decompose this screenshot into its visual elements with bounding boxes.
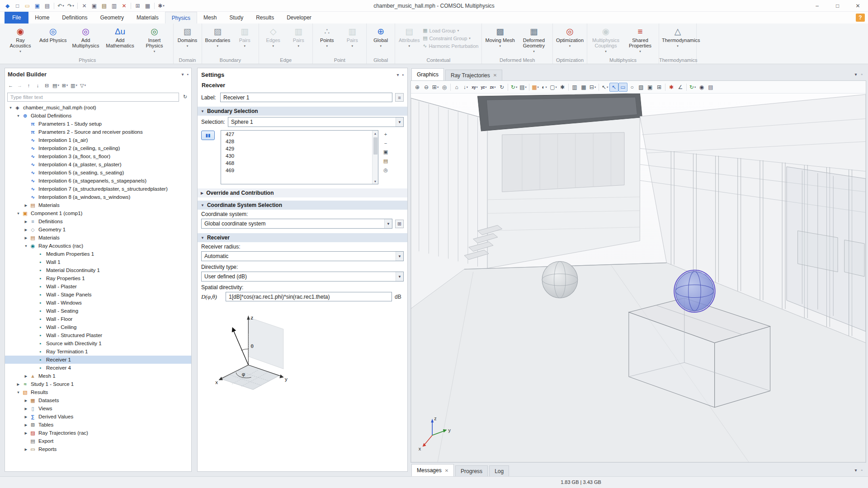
selection-entry[interactable]: 468 — [221, 160, 378, 167]
zoom-in-button[interactable]: ⊕ — [413, 83, 422, 92]
image-effects-button[interactable]: ✱ — [558, 83, 567, 92]
tree-chevron-icon[interactable]: ▶ — [23, 399, 29, 403]
tree-chevron-icon[interactable]: ▶ — [23, 236, 29, 240]
zoom-extents-button[interactable]: ⊞▾ — [431, 83, 440, 92]
section-receiver[interactable]: ▼ Receiver — [198, 233, 407, 242]
tree-node-interpolation-8-a-windows-s-windows[interactable]: ∿Interpolation 8 (a_windows, s_windows) — [5, 193, 191, 201]
color-palette-button[interactable]: ▦▾ — [531, 83, 540, 92]
attributes-button[interactable]: ▤Attributes▾ — [396, 25, 422, 49]
zoom-to-selection-button[interactable]: ◎ — [440, 83, 449, 92]
load-group-button[interactable]: ▦Load Group▾ — [423, 28, 478, 33]
tree-node-parameters-1-study-setup[interactable]: πParameters 1 - Study setup — [5, 120, 191, 128]
tree-node-reports[interactable]: ▶▭Reports — [5, 445, 191, 453]
panel-menu-icon[interactable]: ▾ — [181, 72, 184, 77]
paste-button[interactable]: ▤ — [99, 1, 109, 10]
copy-selection-button[interactable]: ▣ — [646, 83, 655, 92]
selection-entry[interactable]: 428 — [221, 138, 378, 145]
tree-chevron-icon[interactable]: ▶ — [23, 228, 29, 232]
tree-node-wall-ceiling[interactable]: ▪Wall - Ceiling — [5, 323, 191, 331]
scroll-thumb[interactable] — [373, 137, 377, 155]
add-physics-button[interactable]: ◎Add Physics — [38, 25, 69, 43]
view-xy-button[interactable]: xy▾ — [470, 83, 479, 92]
go-to-source-icon[interactable]: ⊞ — [395, 220, 404, 228]
graphics-tab-graphics[interactable]: Graphics — [411, 68, 444, 80]
selection-dropdown[interactable]: Sphere 1 ▼ — [228, 117, 404, 127]
pairs-button[interactable]: ▥Pairs▾ — [340, 25, 365, 49]
panel-menu-icon[interactable]: ▾ — [854, 72, 857, 77]
tree-node-views[interactable]: ▶▯Views — [5, 404, 191, 413]
tree-node-chamber-music-hall-mph-root[interactable]: ▼◈chamber_music_hall.mph (root) — [5, 103, 191, 112]
tree-chevron-icon[interactable]: ▼ — [15, 114, 21, 118]
pairs-button[interactable]: ▥Pairs▾ — [286, 25, 311, 49]
select-box-button[interactable]: ▭ — [618, 83, 627, 92]
go-to-default-view-button[interactable]: ⌂ — [452, 83, 461, 92]
tree-node-results[interactable]: ▼▧Results — [5, 388, 191, 396]
filter-button[interactable]: ▽▾ — [79, 81, 87, 89]
copy-button[interactable]: ▣ — [90, 1, 99, 10]
tree-node-medium-properties-1[interactable]: ▪Medium Properties 1 — [5, 250, 191, 258]
menu-tab-geometry[interactable]: Geometry — [94, 12, 130, 23]
float-panel-icon[interactable]: ▫ — [861, 72, 863, 77]
pin-icon[interactable]: ▪ — [402, 72, 404, 77]
new-file-button[interactable]: □ — [13, 1, 22, 10]
view-yz-button[interactable]: yz▾ — [479, 83, 488, 92]
selection-mode-button[interactable]: ↖▾ — [600, 83, 609, 92]
directivity-dropdown[interactable]: User defined (dB) ▼ — [201, 272, 404, 282]
tree-node-mesh-1[interactable]: ▶▲Mesh 1 — [5, 372, 191, 380]
coordinate-system-dropdown[interactable]: Global coordinate system ▼ — [201, 219, 392, 229]
tree-chevron-icon[interactable]: ▼ — [15, 211, 21, 216]
close-icon[interactable]: ✕ — [493, 73, 497, 78]
tree-node-wall-windows[interactable]: ▪Wall - Windows — [5, 299, 191, 307]
tree-node-interpolation-1-a-air[interactable]: ∿Interpolation 1 (a_air) — [5, 136, 191, 144]
section-coordinate-system[interactable]: ▼ Coordinate System Selection — [198, 201, 407, 210]
multiphysics-couplings-button[interactable]: ◉Multiphysics Couplings▾ — [589, 25, 623, 54]
print-button[interactable]: ▤ — [706, 83, 715, 92]
zoom-out-button[interactable]: ⊖ — [422, 83, 431, 92]
tree-node-ray-termination-1[interactable]: ▪Ray Termination 1 — [5, 347, 191, 356]
tree-node-interpolation-4-a-plaster-s-plaster[interactable]: ∿Interpolation 4 (a_plaster, s_plaster) — [5, 160, 191, 169]
tree-node-materials[interactable]: ▶▤Materials — [5, 201, 191, 209]
select-pointer-button[interactable]: ↖ — [609, 83, 618, 92]
tree-chevron-icon[interactable]: ▶ — [23, 415, 29, 419]
show-button[interactable]: ▤▾ — [52, 81, 60, 89]
menu-tab-mesh[interactable]: Mesh — [197, 12, 223, 23]
moving-mesh-button[interactable]: ▩Moving Mesh▾ — [483, 25, 516, 49]
scroll-down-icon[interactable]: ▼ — [374, 178, 377, 184]
menu-tab-home[interactable]: Home — [28, 12, 56, 23]
update-button[interactable]: ↻▾ — [688, 83, 697, 92]
undo-button[interactable]: ↶▾ — [56, 1, 66, 10]
rotate-view-button[interactable]: ↻ — [497, 83, 506, 92]
measure-button[interactable]: ∠ — [676, 83, 685, 92]
redo-button[interactable]: ↷▾ — [66, 1, 75, 10]
clipping-button[interactable]: ⊟▾ — [588, 83, 597, 92]
tree-chevron-icon[interactable]: ▶ — [23, 374, 29, 378]
select-adjacent-button[interactable]: ▧ — [637, 83, 646, 92]
menu-tab-physics[interactable]: Physics — [165, 12, 197, 23]
shared-properties-button[interactable]: ≡Shared Properties▾ — [623, 25, 657, 54]
tree-node-ray-properties-1[interactable]: ▪Ray Properties 1 — [5, 274, 191, 282]
optimization-button[interactable]: ◎Optimization▾ — [554, 25, 585, 49]
back-button[interactable]: ← — [7, 81, 14, 89]
collapse-all-button[interactable]: ⊟ — [43, 81, 51, 89]
section-override[interactable]: ▶ Override and Contribution — [198, 188, 407, 197]
transparency-button[interactable]: ▥ — [570, 83, 579, 92]
gear-button[interactable]: ✱▾ — [156, 1, 166, 10]
bottom-tab-messages[interactable]: Messages✕ — [411, 464, 454, 476]
open-button[interactable]: ▭ — [23, 1, 32, 10]
menu-tab-file[interactable]: File — [5, 12, 28, 23]
tree-chevron-icon[interactable]: ▼ — [23, 244, 29, 248]
tree-node-interpolation-7-a-structuredplaster-s-structuredplaster[interactable]: ∿Interpolation 7 (a_structuredplaster, s… — [5, 185, 191, 193]
tree-node-ray-acoustics-rac[interactable]: ▼◉Ray Acoustics (rac) — [5, 242, 191, 250]
tree-node-parameters-2-source-and-receiver-positions[interactable]: πParameters 2 - Source and receiver posi… — [5, 128, 191, 136]
bottom-tab-progress[interactable]: Progress — [455, 465, 488, 476]
selection-table-button[interactable]: ⊞ — [655, 83, 664, 92]
menu-tab-materials[interactable]: Materials — [130, 12, 165, 23]
maximize-button[interactable]: □ — [827, 0, 848, 11]
view-zx-button[interactable]: zx▾ — [488, 83, 497, 92]
section-boundary-selection[interactable]: ▼ Boundary Selection — [198, 107, 407, 116]
tree-node-study-1-source-1[interactable]: ▶≈Study 1 - Source 1 — [5, 380, 191, 388]
select-lasso-button[interactable]: ○ — [627, 83, 637, 92]
minimize-button[interactable]: – — [807, 0, 827, 11]
tree-node-interpolation-6-a-stagepanels-s-stagepanels[interactable]: ∿Interpolation 6 (a_stagepanels, s_stage… — [5, 177, 191, 185]
label-input[interactable] — [220, 93, 392, 102]
